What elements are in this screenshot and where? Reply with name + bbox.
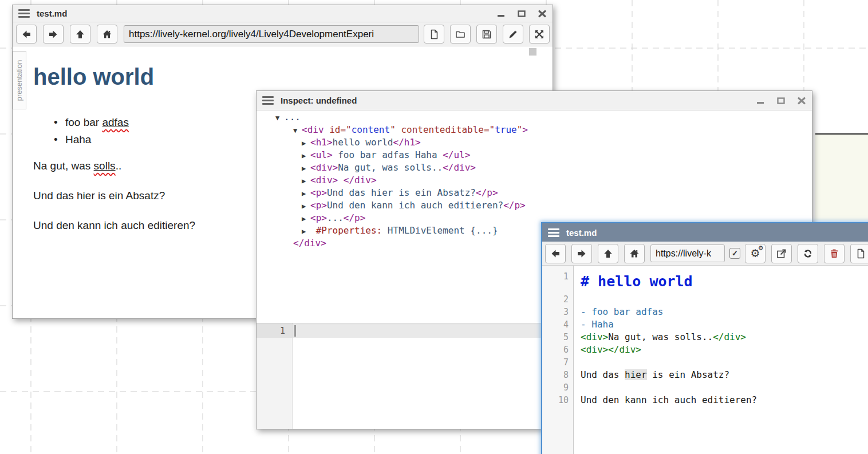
token: ▶	[302, 162, 310, 175]
token: <p>	[310, 212, 327, 223]
editor-line[interactable]: 8Und das hier is ein Absatz?	[542, 369, 868, 381]
refresh-button[interactable]	[798, 244, 818, 263]
presentation-tab-label: presentation	[15, 60, 24, 101]
preview-heading: hello world	[33, 62, 154, 91]
folder-icon	[455, 29, 466, 40]
token: <div></div>	[581, 344, 641, 355]
window3-title: test.md	[566, 228, 597, 238]
tree-node[interactable]: ▶<div> </div>	[257, 174, 812, 187]
minimize-icon[interactable]	[496, 10, 506, 18]
tree-node[interactable]: ▶<p>Und das hier is ein Absatz?</p>	[257, 187, 812, 199]
line-number: 3	[542, 306, 574, 318]
presentation-tab[interactable]: presentation	[13, 51, 26, 109]
token: ▶	[302, 137, 310, 149]
pencil-icon	[507, 29, 519, 40]
editor-line[interactable]: 1# hello world	[542, 270, 868, 293]
menu-icon[interactable]	[548, 227, 559, 239]
token: <div>	[310, 162, 338, 173]
home-button[interactable]	[624, 244, 645, 263]
editor-line[interactable]: 7	[542, 356, 868, 369]
line-number: 5	[542, 331, 574, 344]
token: HTMLDivElement {...}	[382, 225, 498, 236]
new-file-button[interactable]	[850, 244, 868, 263]
token: </p>	[503, 200, 526, 211]
token: ▶	[302, 212, 310, 225]
tree-node[interactable]: ▶<h1>hello world</h1>	[257, 136, 812, 149]
back-button[interactable]	[16, 25, 37, 44]
arrow-up-icon	[602, 248, 614, 259]
edit-button[interactable]	[503, 25, 523, 44]
token: #Properties:	[310, 225, 382, 236]
expand-button[interactable]	[529, 25, 550, 44]
menu-icon[interactable]	[18, 7, 30, 19]
new-file-button[interactable]	[424, 25, 444, 44]
token: ...	[327, 212, 344, 223]
token: Und den kann ich auch editieren?	[581, 394, 757, 405]
tree-node[interactable]: ▶<p>Und den kann ich auch editieren?</p>	[257, 199, 812, 212]
token: Und den kann ich auch editieren?	[327, 200, 503, 211]
file-icon	[855, 248, 866, 259]
token: id=	[324, 124, 346, 135]
editor-line[interactable]: 9	[542, 381, 868, 394]
token: </div>	[344, 175, 377, 185]
token: </div>	[713, 331, 746, 342]
editor-line[interactable]: 6<div></div>	[542, 344, 868, 356]
token: "	[346, 124, 352, 135]
editor-line[interactable]: 5<div>Na gut, was solls..</div>	[542, 331, 868, 344]
settings-button[interactable]: ⚙⚙	[745, 244, 766, 263]
markdown-source-editor[interactable]: 1# hello world 2 3- foo bar adfas 4- Hah…	[542, 266, 868, 454]
home-button[interactable]	[97, 25, 117, 44]
close-icon[interactable]	[797, 97, 806, 105]
arrow-left-icon	[550, 248, 561, 259]
close-icon[interactable]	[538, 10, 547, 18]
token: ▶	[302, 175, 310, 187]
maximize-icon[interactable]	[517, 10, 526, 18]
open-external-button[interactable]	[771, 244, 792, 263]
tree-node[interactable]: ▼...	[257, 111, 812, 124]
delete-button[interactable]	[824, 244, 845, 263]
maximize-icon[interactable]	[776, 97, 786, 105]
token: hier	[625, 369, 647, 380]
tree-node[interactable]: ▶<div>Na gut, was solls..</div>	[257, 161, 812, 174]
token: </ul>	[443, 149, 470, 160]
arrow-left-icon	[21, 29, 32, 40]
token: <div	[302, 124, 324, 135]
minimize-icon[interactable]	[756, 97, 765, 105]
save-button[interactable]	[476, 25, 497, 44]
token: >	[522, 124, 528, 135]
token: <ul>	[310, 149, 333, 160]
url-input[interactable]	[650, 244, 725, 262]
auto-update-checkbox[interactable]: ✓	[729, 248, 740, 259]
token: </h1>	[393, 137, 421, 148]
back-button[interactable]	[545, 244, 566, 263]
tree-node[interactable]: ▶<ul> foo bar adfas Haha </ul>	[257, 149, 812, 161]
token: ▶	[302, 200, 310, 212]
file-icon	[428, 29, 440, 40]
open-folder-button[interactable]	[450, 25, 471, 44]
token: </p>	[344, 212, 366, 223]
token: Und das	[581, 369, 625, 380]
forward-button[interactable]	[43, 25, 64, 44]
token: - foo bar adfas	[581, 306, 664, 317]
line-number: 8	[542, 369, 574, 381]
url-input[interactable]	[124, 25, 419, 43]
editor-line[interactable]: 2	[542, 293, 868, 306]
menu-icon[interactable]	[262, 94, 274, 106]
token	[338, 175, 344, 185]
editor-line[interactable]: 4- Haha	[542, 318, 868, 331]
preview-paragraph: Und den kann ich auch editieren?	[33, 219, 195, 232]
home-icon	[629, 248, 640, 259]
token: <p>	[310, 187, 327, 198]
list-item: foo bar adfas	[65, 114, 129, 131]
trash-icon	[828, 248, 840, 259]
expand-arrows-icon	[534, 29, 545, 40]
editor-line[interactable]: 10Und den kann ich auch editieren?	[542, 394, 868, 406]
line-number: 1	[257, 324, 292, 338]
up-button[interactable]	[70, 25, 90, 44]
token: </div>	[443, 162, 476, 173]
forward-button[interactable]	[571, 244, 592, 263]
up-button[interactable]	[598, 244, 618, 263]
editor-line[interactable]: 3- foo bar adfas	[542, 306, 868, 318]
tree-node[interactable]: ▼<div id="content" contenteditable="true…	[257, 124, 812, 136]
scrollbar-thumb[interactable]	[529, 48, 536, 56]
